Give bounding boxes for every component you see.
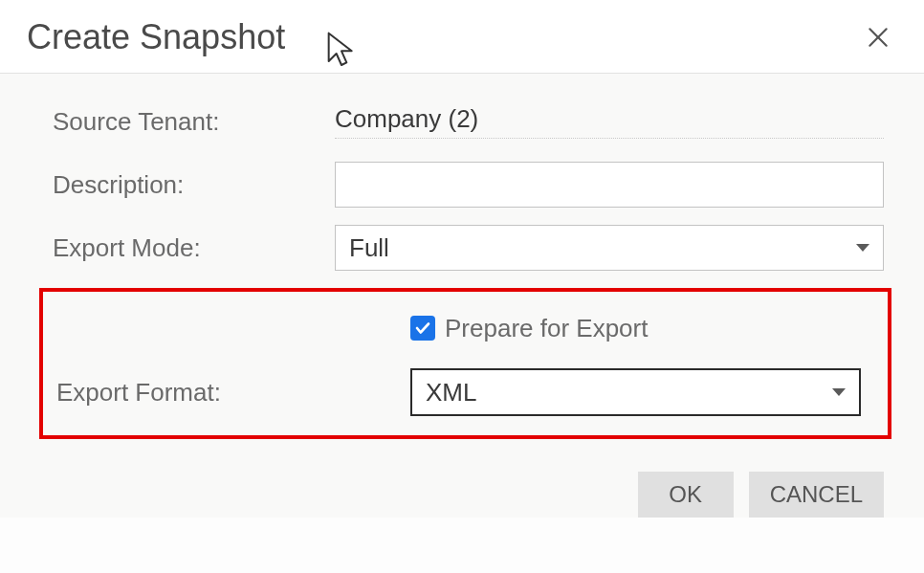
export-mode-label: Export Mode: bbox=[53, 233, 335, 263]
prepare-for-export-label: Prepare for Export bbox=[445, 314, 648, 343]
close-button[interactable] bbox=[859, 18, 897, 56]
source-tenant-label: Source Tenant: bbox=[53, 107, 335, 137]
export-format-row: Export Format: XML bbox=[56, 368, 861, 416]
prepare-for-export-checkbox-wrap[interactable]: Prepare for Export bbox=[410, 314, 861, 343]
dialog-footer: OK CANCEL bbox=[0, 449, 924, 518]
source-tenant-value: Company (2) bbox=[335, 104, 884, 139]
description-label: Description: bbox=[53, 170, 335, 200]
export-format-value: XML bbox=[426, 378, 476, 408]
export-format-label: Export Format: bbox=[56, 378, 410, 408]
chevron-down-icon bbox=[856, 244, 869, 252]
export-mode-value: Full bbox=[349, 233, 389, 263]
export-format-select[interactable]: XML bbox=[410, 368, 861, 416]
check-icon bbox=[414, 320, 431, 337]
dialog-title: Create Snapshot bbox=[27, 17, 285, 57]
export-mode-row: Export Mode: Full bbox=[53, 225, 884, 271]
description-input[interactable] bbox=[335, 162, 884, 208]
chevron-down-icon bbox=[832, 388, 846, 396]
export-mode-select[interactable]: Full bbox=[335, 225, 884, 271]
cancel-button[interactable]: CANCEL bbox=[749, 472, 884, 518]
prepare-for-export-checkbox[interactable] bbox=[410, 316, 435, 341]
export-section-highlight: Prepare for Export Export Format: XML bbox=[39, 288, 891, 439]
source-tenant-row: Source Tenant: Company (2) bbox=[53, 99, 884, 144]
close-icon bbox=[866, 25, 891, 50]
dialog-body: Source Tenant: Company (2) Description: … bbox=[0, 74, 924, 449]
dialog-header: Create Snapshot bbox=[0, 0, 924, 74]
prepare-for-export-row: Prepare for Export bbox=[56, 305, 861, 351]
ok-button[interactable]: OK bbox=[638, 472, 734, 518]
create-snapshot-dialog: Create Snapshot Source Tenant: Company (… bbox=[0, 0, 924, 573]
description-row: Description: bbox=[53, 162, 884, 208]
